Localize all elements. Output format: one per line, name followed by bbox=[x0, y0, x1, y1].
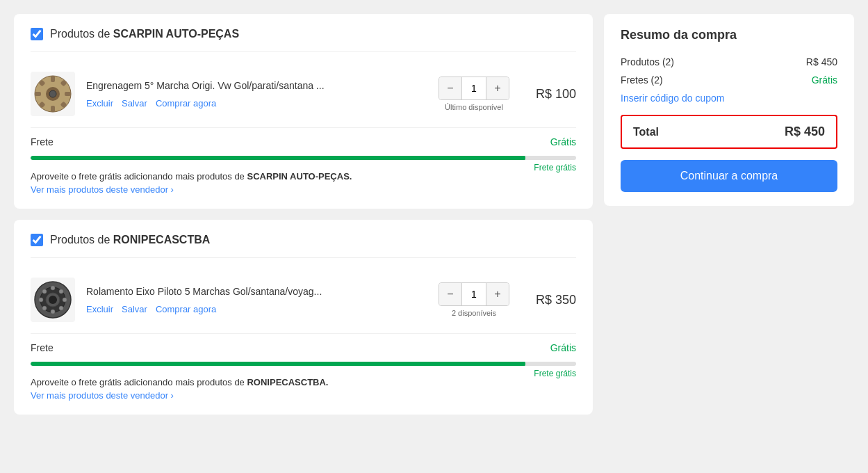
progress-fill-scarpin bbox=[31, 156, 522, 160]
product-image-ronipecas bbox=[31, 278, 75, 322]
progress-label-ronipecas: Frete grátis bbox=[534, 369, 576, 378]
svg-rect-4 bbox=[51, 106, 55, 112]
quantity-control-ronipecas: − + bbox=[439, 282, 509, 306]
total-box: Total R$ 450 bbox=[621, 115, 837, 149]
qty-decrease-scarpin[interactable]: − bbox=[439, 77, 461, 99]
summary-frete-label: Fretes (2) bbox=[621, 74, 663, 86]
progress-bg-ronipecas bbox=[31, 362, 576, 366]
seller-name-prefix: Produtos de bbox=[50, 28, 113, 40]
right-column: Resumo da compra Produtos (2) R$ 450 Fre… bbox=[604, 14, 854, 206]
progress-fill-ronipecas bbox=[31, 362, 522, 366]
bearing-icon bbox=[33, 280, 72, 319]
summary-products-value: R$ 450 bbox=[806, 56, 837, 67]
seller-card-ronipecas: Produtos de RONIPECASCTBA bbox=[14, 220, 593, 415]
qty-availability-scarpin: Último disponível bbox=[445, 103, 503, 111]
frete-label-scarpin: Frete bbox=[31, 136, 54, 147]
seller-title-ronipecas: Produtos de RONIPECASCTBA bbox=[50, 234, 210, 246]
product-name-ronipecas: Rolamento Eixo Piloto 5 Marchas Gol/sant… bbox=[86, 285, 427, 298]
qty-increase-scarpin[interactable]: + bbox=[486, 77, 509, 99]
svg-point-17 bbox=[39, 298, 43, 302]
seller-name-prefix-ronipecas: Produtos de bbox=[50, 234, 113, 246]
page-container: Produtos de SCARPIN AUTO-PEÇAS bbox=[14, 14, 854, 459]
product-price-scarpin: R$ 100 bbox=[521, 87, 576, 102]
continue-button[interactable]: Continuar a compra bbox=[621, 160, 837, 192]
vendor-link-ronipecas[interactable]: Ver mais produtos deste vendedor › bbox=[31, 390, 576, 401]
product-image-scarpin bbox=[31, 72, 75, 116]
seller-card-scarpin: Produtos de SCARPIN AUTO-PEÇAS bbox=[14, 14, 593, 209]
product-row-scarpin: Engrenagem 5° Marcha Origi. Vw Gol/parat… bbox=[31, 66, 576, 122]
seller-name-strong: SCARPIN AUTO-PEÇAS bbox=[113, 28, 239, 40]
frete-value-ronipecas: Grátis bbox=[550, 342, 576, 353]
comprar-agora-button-ronipecas[interactable]: Comprar agora bbox=[156, 304, 216, 314]
frete-row-scarpin: Frete Grátis bbox=[31, 127, 576, 153]
gear-icon bbox=[33, 74, 72, 113]
summary-products-label: Produtos (2) bbox=[621, 56, 674, 67]
total-label: Total bbox=[633, 126, 659, 138]
promo-prefix-ronipecas: Aproveite o frete grátis adicionando mai… bbox=[31, 377, 247, 387]
qty-increase-ronipecas[interactable]: + bbox=[486, 283, 509, 305]
promo-prefix-scarpin: Aproveite o frete grátis adicionando mai… bbox=[31, 171, 247, 182]
promo-strong-ronipecas: RONIPECASCTBA. bbox=[247, 377, 328, 387]
frete-value-scarpin: Grátis bbox=[550, 136, 576, 147]
qty-input-ronipecas[interactable] bbox=[461, 283, 486, 305]
qty-availability-ronipecas: 2 disponíveis bbox=[452, 309, 496, 317]
qty-decrease-ronipecas[interactable]: − bbox=[439, 283, 461, 305]
product-name-scarpin: Engrenagem 5° Marcha Origi. Vw Gol/parat… bbox=[86, 79, 427, 92]
summary-frete-value: Grátis bbox=[812, 74, 837, 86]
progress-label-scarpin: Frete grátis bbox=[534, 163, 576, 173]
promo-text-scarpin: Aproveite o frete grátis adicionando mai… bbox=[31, 171, 576, 182]
product-info-ronipecas: Rolamento Eixo Piloto 5 Marchas Gol/sant… bbox=[86, 285, 427, 314]
product-row-ronipecas: Rolamento Eixo Piloto 5 Marchas Gol/sant… bbox=[31, 272, 576, 328]
total-value: R$ 450 bbox=[785, 125, 825, 139]
svg-rect-3 bbox=[51, 76, 55, 82]
svg-point-20 bbox=[59, 306, 63, 310]
progress-dot-scarpin bbox=[516, 156, 525, 160]
comprar-agora-button-scarpin[interactable]: Comprar agora bbox=[156, 98, 216, 109]
seller-title-scarpin: Produtos de SCARPIN AUTO-PEÇAS bbox=[50, 28, 239, 40]
qty-wrapper-ronipecas: − + 2 disponíveis bbox=[439, 282, 509, 317]
svg-point-15 bbox=[51, 286, 55, 290]
frete-label-ronipecas: Frete bbox=[31, 342, 54, 353]
qty-input-scarpin[interactable] bbox=[461, 77, 486, 99]
seller-name-strong-ronipecas: RONIPECASCTBA bbox=[113, 234, 211, 246]
svg-point-2 bbox=[49, 90, 56, 97]
svg-point-18 bbox=[63, 298, 67, 302]
excluir-button-scarpin[interactable]: Excluir bbox=[86, 98, 113, 109]
frete-row-ronipecas: Frete Grátis bbox=[31, 333, 576, 359]
coupon-link[interactable]: Inserir código do cupom bbox=[621, 93, 837, 104]
seller-header-ronipecas: Produtos de RONIPECASCTBA bbox=[31, 234, 576, 258]
svg-rect-6 bbox=[65, 92, 71, 96]
qty-wrapper-scarpin: − + Último disponível bbox=[439, 77, 509, 111]
vendor-link-scarpin[interactable]: Ver mais produtos deste vendedor › bbox=[31, 184, 576, 195]
quantity-control-scarpin: − + bbox=[439, 77, 509, 100]
product-actions-scarpin: Excluir Salvar Comprar agora bbox=[86, 98, 427, 109]
summary-title: Resumo da compra bbox=[621, 28, 837, 42]
promo-strong-scarpin: SCARPIN AUTO-PEÇAS. bbox=[247, 171, 352, 182]
svg-point-14 bbox=[49, 296, 57, 304]
promo-text-ronipecas: Aproveite o frete grátis adicionando mai… bbox=[31, 377, 576, 387]
progress-bar-scarpin: Frete grátis bbox=[31, 156, 576, 160]
excluir-button-ronipecas[interactable]: Excluir bbox=[86, 304, 113, 314]
progress-bar-ronipecas: Frete grátis bbox=[31, 362, 576, 366]
svg-point-19 bbox=[42, 289, 47, 294]
summary-card: Resumo da compra Produtos (2) R$ 450 Fre… bbox=[604, 14, 854, 206]
svg-point-16 bbox=[51, 310, 55, 314]
summary-products-row: Produtos (2) R$ 450 bbox=[621, 56, 837, 67]
seller-checkbox-ronipecas[interactable] bbox=[31, 234, 43, 246]
salvar-button-scarpin[interactable]: Salvar bbox=[122, 98, 147, 109]
seller-checkbox-scarpin[interactable] bbox=[31, 28, 43, 40]
svg-point-22 bbox=[42, 306, 47, 310]
product-price-ronipecas: R$ 350 bbox=[521, 293, 576, 307]
svg-point-21 bbox=[59, 289, 63, 294]
summary-frete-row: Fretes (2) Grátis bbox=[621, 74, 837, 86]
product-info-scarpin: Engrenagem 5° Marcha Origi. Vw Gol/parat… bbox=[86, 79, 427, 108]
progress-bg-scarpin bbox=[31, 156, 576, 160]
progress-dot-ronipecas bbox=[516, 362, 525, 366]
salvar-button-ronipecas[interactable]: Salvar bbox=[122, 304, 147, 314]
product-actions-ronipecas: Excluir Salvar Comprar agora bbox=[86, 304, 427, 314]
left-column: Produtos de SCARPIN AUTO-PEÇAS bbox=[14, 14, 593, 415]
svg-rect-5 bbox=[35, 92, 41, 96]
seller-header-scarpin: Produtos de SCARPIN AUTO-PEÇAS bbox=[31, 28, 576, 52]
